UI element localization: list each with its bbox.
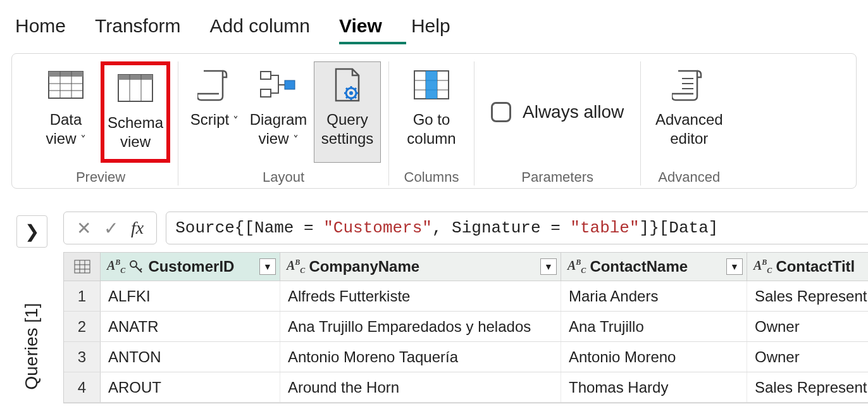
tab-view[interactable]: View (339, 15, 406, 44)
btn-schema-view[interactable]: Schema view (101, 61, 170, 163)
ribbon-group-columns: Go to column Columns (388, 61, 474, 186)
formula-seg-4: "table" (570, 218, 639, 237)
btn-data-view-label: Data view (46, 110, 85, 148)
cell-contact-name[interactable]: Maria Anders (561, 281, 747, 311)
cell-contact-name[interactable]: Ana Trujillo (561, 312, 747, 341)
cell-contact-name[interactable]: Antonio Moreno (561, 342, 747, 372)
cell-contact-title[interactable]: Owner (747, 312, 868, 341)
col-header-contact-title[interactable]: ABC ContactTitl (747, 253, 868, 281)
col-filter-customer-id[interactable]: ▼ (259, 258, 276, 275)
tab-add-column[interactable]: Add column (210, 15, 334, 44)
formula-seg-5: ]}[Data] (640, 218, 719, 237)
formula-bar: ✕ ✓ fx Source{[Name = "Customers" , Sign… (63, 210, 868, 246)
svg-rect-11 (261, 89, 271, 97)
script-lines-icon (667, 65, 711, 105)
tab-help[interactable]: Help (411, 15, 474, 44)
cell-company-name[interactable]: Ana Trujillo Emparedados y helados (280, 312, 561, 341)
ribbon-group-parameters-label: Parameters (521, 163, 593, 186)
svg-rect-1 (49, 72, 83, 77)
ribbon-group-preview: Data view Schema view Preview (23, 61, 178, 186)
cell-contact-title[interactable]: Sales Represent (747, 281, 868, 311)
col-filter-company-name[interactable]: ▼ (540, 258, 557, 275)
table-row[interactable]: 3ANTONAntonio Moreno TaqueríaAntonio Mor… (64, 342, 868, 372)
btn-advanced-editor-label: Advanced editor (655, 110, 723, 148)
row-number: 2 (64, 312, 101, 341)
always-allow-label: Always allow (523, 102, 624, 122)
queries-pane-label: Queries [1] (22, 303, 42, 390)
expand-queries-button[interactable]: ❯ (16, 215, 47, 248)
datatype-text-icon: ABC (753, 258, 772, 275)
confirm-formula-icon[interactable]: ✓ (97, 218, 125, 239)
formula-seg-1: Source{[Name = (175, 218, 323, 237)
col-filter-contact-name[interactable]: ▼ (726, 258, 743, 275)
col-header-customer-id-label: CustomerID (148, 258, 234, 275)
cancel-formula-icon[interactable]: ✕ (70, 218, 97, 239)
grid-header-row: ABC CustomerID ▼ ABC CompanyName ▼ ABC C… (64, 253, 868, 281)
fx-icon[interactable]: fx (125, 218, 150, 238)
formula-seg-2: "Customers" (323, 218, 432, 237)
table-row[interactable]: 4AROUTAround the HornThomas HardySales R… (64, 372, 868, 403)
ribbon-group-advanced-label: Advanced (658, 163, 720, 186)
cell-customer-id[interactable]: AROUT (101, 372, 280, 402)
btn-schema-view-label: Schema view (108, 113, 163, 151)
cell-company-name[interactable]: Alfreds Futterkiste (280, 281, 561, 311)
diagram-icon (256, 65, 301, 105)
table-row[interactable]: 2ANATRAna Trujillo Emparedados y helados… (64, 312, 868, 342)
cell-company-name[interactable]: Around the Horn (280, 372, 561, 402)
svg-rect-32 (75, 260, 90, 273)
col-header-company-name[interactable]: ABC CompanyName ▼ (280, 253, 561, 281)
formula-input[interactable]: Source{[Name = "Customers" , Signature =… (166, 212, 868, 244)
cell-customer-id[interactable]: ALFKI (101, 281, 280, 311)
datatype-text-icon: ABC (107, 258, 125, 275)
ribbon-group-advanced: Advanced editor Advanced (640, 61, 737, 186)
cell-contact-name[interactable]: Thomas Hardy (561, 372, 747, 402)
table-row[interactable]: 1ALFKIAlfreds FutterkisteMaria AndersSal… (64, 281, 868, 312)
table-corner-icon (74, 260, 90, 274)
ribbon-group-layout-label: Layout (263, 163, 304, 186)
datatype-text-icon: ABC (287, 258, 305, 275)
cell-contact-title[interactable]: Sales Represent (747, 372, 868, 402)
btn-script[interactable]: Script (186, 61, 243, 163)
cell-customer-id[interactable]: ANTON (101, 342, 280, 372)
btn-query-settings-label: Query settings (321, 110, 374, 148)
tab-home[interactable]: Home (15, 15, 90, 44)
btn-query-settings[interactable]: Query settings (314, 61, 381, 163)
data-grid: ABC CustomerID ▼ ABC CompanyName ▼ ABC C… (63, 252, 868, 403)
svg-line-22 (355, 88, 356, 89)
datatype-text-icon: ABC (567, 258, 586, 275)
svg-rect-28 (426, 71, 437, 99)
cell-customer-id[interactable]: ANATR (101, 312, 280, 341)
btn-go-to-column[interactable]: Go to column (397, 61, 466, 163)
formula-bar-controls: ✕ ✓ fx (63, 212, 157, 244)
ribbon-group-layout: Script Diagram view Query settings Layou… (178, 61, 388, 186)
btn-diagram-view[interactable]: Diagram view (243, 61, 314, 163)
cell-company-name[interactable]: Antonio Moreno Taquería (280, 342, 561, 372)
svg-line-20 (355, 97, 356, 98)
btn-script-label: Script (190, 110, 239, 129)
page-gear-icon (325, 65, 369, 105)
cell-contact-title[interactable]: Owner (747, 342, 868, 372)
editor-area: ❯ Queries [1] ✕ ✓ fx Source{[Name = "Cus… (0, 210, 868, 403)
row-number: 1 (64, 281, 101, 311)
tab-transform[interactable]: Transform (95, 15, 205, 44)
grid-body: 1ALFKIAlfreds FutterkisteMaria AndersSal… (64, 281, 868, 403)
col-header-contact-title-label: ContactTitl (776, 258, 855, 275)
svg-line-21 (346, 97, 347, 98)
col-header-contact-name[interactable]: ABC ContactName ▼ (561, 253, 747, 281)
col-header-customer-id[interactable]: ABC CustomerID ▼ (101, 253, 280, 281)
grid-select-all[interactable] (64, 253, 101, 281)
ribbon-group-columns-label: Columns (404, 163, 459, 186)
btn-advanced-editor[interactable]: Advanced editor (648, 61, 729, 163)
svg-rect-12 (285, 80, 295, 89)
primary-key-icon (129, 260, 143, 274)
top-tabbar: Home Transform Add column View Help (0, 0, 868, 44)
svg-rect-10 (261, 72, 271, 79)
always-allow-checkbox[interactable] (491, 102, 511, 122)
svg-line-19 (346, 88, 347, 89)
ribbon: Data view Schema view Preview Script (11, 53, 857, 189)
btn-data-view[interactable]: Data view (31, 61, 101, 163)
script-icon (192, 65, 237, 105)
table-columns-icon (113, 68, 158, 108)
row-number: 3 (64, 342, 101, 372)
svg-line-39 (140, 269, 142, 270)
